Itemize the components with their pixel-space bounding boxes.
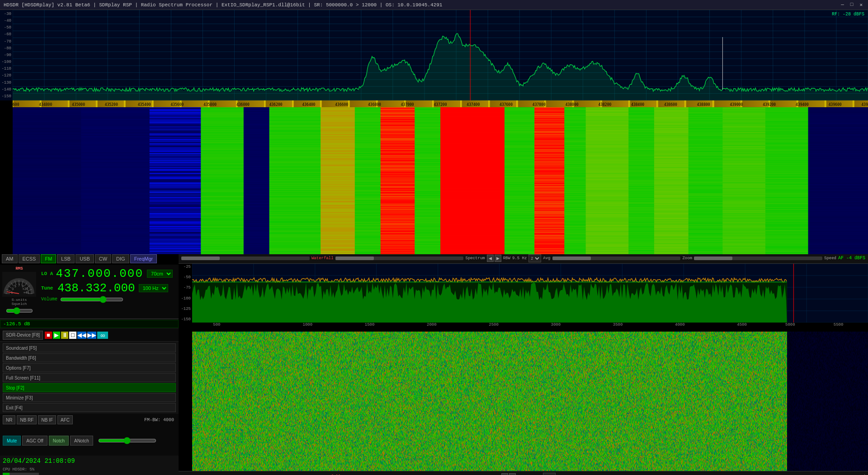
sdr-device-button[interactable]: SDR-Device [F8]	[3, 331, 43, 340]
waterfall-area[interactable]	[0, 107, 868, 254]
notch-button[interactable]: Notch	[49, 436, 69, 446]
nr-buttons-row: NR NB RF NB IF AFC FM-BW: 4000	[0, 414, 179, 426]
right-y-axis-bottom	[179, 332, 192, 471]
x-tick-5500: 5500	[834, 323, 844, 327]
nb-if-button[interactable]: NB IF	[38, 415, 56, 424]
cpu-hdsdr: CPU HDSDR: 5%	[3, 467, 176, 472]
zoom-scrollbar[interactable]	[694, 256, 822, 260]
right-toolbar: Waterfall Spectrum ◀ ▶ RBW 9.5 Hz 248 Av…	[179, 253, 868, 264]
rms-label: RMS	[15, 266, 23, 271]
options-button[interactable]: Options [F7]	[3, 363, 176, 372]
zoom-label: Zoom	[682, 256, 692, 261]
waterfall-scrollbar[interactable]	[181, 256, 310, 260]
mode-bar: AM ECSS FM LSB USB CW DIG FreqMgr	[0, 253, 179, 265]
next-button[interactable]: ▶▶	[87, 332, 96, 339]
tune-label: Tune	[41, 285, 55, 291]
y-tick: -30	[0, 12, 13, 16]
mode-dig[interactable]: DIG	[112, 254, 129, 263]
y-tick: -70	[0, 39, 13, 44]
x-tick-3000: 3000	[551, 323, 561, 327]
nb-rf-button[interactable]: NB RF	[17, 415, 37, 424]
volume-label: Volume	[41, 297, 57, 302]
spectrum-prev2[interactable]: ◀	[501, 473, 508, 475]
window-controls: — □ ✕	[839, 2, 864, 8]
nr-button[interactable]: NR	[3, 415, 15, 424]
exit-button[interactable]: Exit [F4]	[3, 403, 176, 412]
cpu-bar	[3, 473, 39, 475]
right-waterfall-canvas[interactable]	[192, 332, 868, 471]
spectrum-prev[interactable]: ◀	[487, 255, 494, 262]
avg-label: Avg	[543, 256, 550, 261]
avg-scrollbar[interactable]	[552, 256, 681, 260]
dsp-btns: Mute AGC Off Notch ANotch	[0, 426, 179, 456]
spectrum-nav2: ◀ ▶	[501, 473, 516, 475]
right-spectrum-area[interactable]: -25 -50 -75 -100 -125 -150	[179, 264, 868, 323]
right-toolbar2: Waterfall Spectrum ◀ ▶ RBW 2.9 Hz 248 Av…	[179, 471, 868, 475]
minimize-button[interactable]: —	[839, 2, 846, 8]
step-select[interactable]: 100 Hz	[139, 284, 168, 292]
spectrum-scrollbar[interactable]	[335, 256, 464, 260]
mode-cw[interactable]: CW	[95, 254, 111, 263]
play-button[interactable]: ▶	[53, 332, 60, 339]
x-tick-2000: 2000	[427, 323, 437, 327]
pause-button[interactable]: ⏸	[61, 332, 68, 339]
square-button[interactable]: □	[69, 332, 76, 339]
y-tick: -40	[0, 19, 13, 23]
af-level: AF -4 dBFS	[838, 256, 865, 261]
mode-usb[interactable]: USB	[75, 254, 94, 263]
avg-select2[interactable]: 248	[543, 473, 556, 475]
rf-level: RF: -28 dBFS	[832, 12, 864, 17]
main-layout: -30 -40 -50 -60 -70 -80 -90 -100 -110 -1…	[0, 10, 868, 475]
mode-am[interactable]: AM	[2, 254, 18, 263]
x-tick-2500: 2500	[489, 323, 499, 327]
spectrum-plot[interactable]: RF: -28 dBFS	[13, 10, 868, 100]
mode-ecss[interactable]: ECSS	[19, 254, 40, 263]
bottom-section: AM ECSS FM LSB USB CW DIG FreqMgr RMS S-…	[0, 253, 868, 475]
bandwidth-button[interactable]: Bandwidth [F6]	[3, 353, 176, 362]
x-tick-1000: 1000	[303, 323, 313, 327]
right-y-tick: -100	[179, 296, 192, 301]
mode-fm[interactable]: FM	[41, 254, 56, 263]
volume-slider[interactable]	[60, 296, 123, 303]
agc-off-button[interactable]: AGC Off	[22, 436, 47, 446]
speed-label: Speed	[824, 256, 836, 261]
x-tick-4500: 4500	[737, 323, 747, 327]
filter-slider[interactable]	[98, 427, 156, 454]
soundcard-button[interactable]: Soundcard [F5]	[3, 343, 176, 352]
right-waterfall-area[interactable]	[179, 332, 868, 471]
lo-freq-display: 437.000.000	[56, 267, 143, 280]
waterfall-plot[interactable]	[13, 107, 868, 254]
transport-buttons: ■ ▶ ⏸ □ ◀◀ ▶▶ ∞	[45, 332, 108, 339]
mode-freqmgr[interactable]: FreqMgr	[130, 254, 157, 263]
window-title: HDSDR [HDSDRplay] v2.81 Beta6 | SDRplay …	[4, 2, 442, 8]
spectrum-next2[interactable]: ▶	[509, 473, 516, 475]
y-tick: -130	[0, 81, 13, 85]
x-tick-3500: 3500	[613, 323, 623, 327]
right-spectrum-canvas[interactable]	[192, 264, 868, 323]
rms-meter: RMS S-unitsSquelch	[0, 265, 38, 318]
spectrum-label: Spectrum	[465, 256, 485, 261]
fullscreen-button[interactable]: Full Screen [F11]	[3, 373, 176, 382]
right-y-tick: -125	[179, 307, 192, 311]
spectrum-next[interactable]: ▶	[495, 255, 501, 262]
anotch-button[interactable]: ANotch	[70, 436, 93, 446]
mute-button[interactable]: Mute	[3, 436, 21, 446]
inf-button[interactable]: ∞	[97, 332, 108, 339]
stop-button-f2[interactable]: Stop [F2]	[3, 383, 176, 392]
prev-button[interactable]: ◀◀	[77, 332, 86, 339]
squelch-slider[interactable]	[6, 307, 33, 314]
y-tick: -140	[0, 87, 13, 92]
minimize-button-f3[interactable]: Minimize [F3]	[3, 393, 176, 402]
cpu-fill	[3, 473, 9, 475]
right-panel: Waterfall Spectrum ◀ ▶ RBW 9.5 Hz 248 Av…	[179, 253, 868, 475]
afc-button[interactable]: AFC	[57, 415, 73, 424]
close-button[interactable]: ✕	[858, 2, 864, 8]
maximize-button[interactable]: □	[849, 2, 855, 8]
y-tick: -80	[0, 46, 13, 51]
band-select[interactable]: 70cm	[147, 270, 173, 278]
avg-select[interactable]: 248	[528, 254, 541, 262]
rbw-label: RBW	[503, 256, 510, 261]
stop-button[interactable]: ■	[45, 332, 52, 339]
mode-lsb[interactable]: LSB	[57, 254, 75, 263]
y-tick: -110	[0, 66, 13, 71]
